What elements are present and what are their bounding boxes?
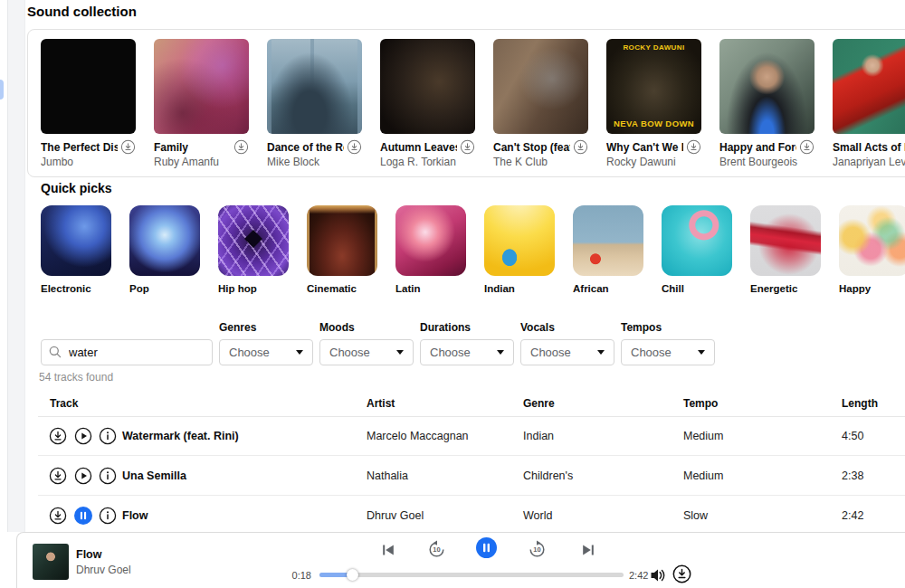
filter-value: Choose: [631, 346, 672, 359]
quick-pick-image[interactable]: [129, 205, 200, 276]
filter-select[interactable]: Choose: [219, 339, 313, 365]
quick-pick-image[interactable]: [662, 205, 732, 276]
play-icon[interactable]: [74, 467, 92, 485]
filter-group: Genres Choose: [219, 321, 313, 365]
quick-pick-tile[interactable]: Happy: [839, 205, 905, 294]
skip-next-button[interactable]: [580, 542, 596, 558]
quick-pick-tile[interactable]: Indian: [484, 205, 555, 294]
album-card[interactable]: Family Ruby Amanfu: [154, 39, 249, 168]
pause-button[interactable]: [476, 537, 497, 558]
quick-pick-tile[interactable]: Latin: [395, 205, 466, 294]
album-card[interactable]: Dance of the Re... Mike Block: [267, 39, 362, 168]
download-icon[interactable]: [233, 139, 249, 155]
album-title: Dance of the Re...: [267, 141, 344, 154]
chevron-down-icon: [698, 350, 705, 355]
quick-pick-image[interactable]: [41, 205, 111, 276]
track-genre: World: [523, 509, 552, 522]
quick-pick-image[interactable]: [484, 205, 555, 276]
album-cover[interactable]: [41, 39, 136, 134]
album-artist: Jumbo: [41, 156, 136, 168]
progress-thumb[interactable]: [347, 569, 358, 581]
album-title: Why Can't We B...: [606, 141, 683, 154]
table-row[interactable]: Flow Dhruv Goel World Slow 2:42: [0, 496, 905, 536]
quick-picks-heading: Quick picks: [41, 181, 112, 195]
skip-previous-button[interactable]: [380, 542, 396, 558]
left-panel-fragment: [0, 80, 4, 100]
quick-pick-image[interactable]: [307, 205, 377, 276]
table-row[interactable]: Una Semilla Nathalia Children's Medium 2…: [0, 456, 905, 496]
download-icon[interactable]: [686, 139, 701, 155]
info-icon[interactable]: [99, 467, 117, 485]
album-cover[interactable]: [154, 39, 249, 134]
quick-pick-tile[interactable]: Hip hop: [218, 205, 289, 294]
pause-icon[interactable]: [74, 507, 92, 525]
album-cover[interactable]: ROCKY DAWUNI NEVA BOW DOWN: [606, 39, 701, 134]
filter-value: Choose: [530, 346, 571, 359]
quick-pick-tile[interactable]: Cinematic: [307, 205, 377, 294]
info-icon[interactable]: [99, 507, 117, 525]
album-card[interactable]: Happy and Fore... Brent Bourgeois: [719, 39, 814, 168]
filter-select[interactable]: Choose: [621, 339, 715, 365]
quick-picks-list: Electronic Pop Hip hop Cinematic Latin: [41, 205, 905, 294]
album-card[interactable]: Autumn Leaves... Loga R. Torkian: [380, 39, 475, 168]
rewind-10-button[interactable]: 10: [427, 540, 446, 559]
quick-pick-image[interactable]: [395, 205, 466, 276]
album-card[interactable]: Small Acts of D... Janapriyan Levine: [833, 39, 905, 168]
download-icon[interactable]: [799, 139, 814, 155]
filter-select[interactable]: Choose: [319, 339, 414, 365]
quick-pick-image[interactable]: [839, 205, 905, 276]
quick-pick-tile[interactable]: Pop: [129, 205, 200, 294]
download-icon[interactable]: [347, 139, 362, 155]
quick-pick-label: Energetic: [750, 283, 821, 294]
chevron-down-icon: [597, 350, 605, 355]
album-cover[interactable]: [719, 39, 814, 134]
filter-group: Vocals Choose: [520, 321, 614, 365]
track-tempo: Medium: [683, 469, 723, 482]
quick-pick-tile[interactable]: Chill: [662, 205, 732, 294]
quick-pick-image[interactable]: [218, 205, 289, 276]
search-input[interactable]: [41, 339, 213, 365]
column-genre: Genre: [523, 397, 555, 410]
player-bar: Flow Dhruv Goel 10 10 0:18 2:42: [16, 532, 905, 588]
track-artist: Marcelo Maccagnan: [367, 430, 469, 442]
quick-pick-image[interactable]: [573, 205, 643, 276]
filter-select[interactable]: Choose: [420, 339, 514, 365]
search-box: [41, 339, 213, 365]
table-row[interactable]: Watermark (feat. Rini) Marcelo Maccagnan…: [0, 416, 905, 456]
info-icon[interactable]: [99, 427, 117, 445]
album-card[interactable]: The Perfect Dis... Jumbo: [41, 39, 136, 168]
album-cover[interactable]: [267, 39, 362, 134]
quick-pick-label: Happy: [839, 283, 905, 294]
album-card[interactable]: Can't Stop (feat... The K Club: [493, 39, 588, 168]
play-icon[interactable]: [74, 427, 92, 445]
quick-pick-label: Pop: [129, 283, 200, 294]
download-icon[interactable]: [460, 139, 475, 155]
download-icon[interactable]: [49, 467, 67, 485]
download-icon[interactable]: [49, 507, 67, 525]
download-button[interactable]: [672, 564, 691, 583]
filter-bar: Genres Choose Moods Choose Durations: [41, 321, 715, 365]
album-cover[interactable]: [493, 39, 588, 134]
quick-pick-tile[interactable]: Energetic: [750, 205, 821, 294]
forward-10-button[interactable]: 10: [528, 540, 547, 559]
quick-pick-tile[interactable]: African: [573, 205, 643, 294]
album-artist: Ruby Amanfu: [154, 156, 249, 168]
album-card[interactable]: ROCKY DAWUNI NEVA BOW DOWN Why Can't We …: [606, 39, 701, 168]
filter-group: Moods Choose: [319, 321, 414, 365]
quick-pick-image[interactable]: [750, 205, 821, 276]
filter-select[interactable]: Choose: [520, 339, 614, 365]
download-icon[interactable]: [120, 139, 136, 155]
download-icon[interactable]: [49, 427, 67, 445]
volume-icon[interactable]: [649, 566, 667, 584]
column-length: Length: [842, 397, 878, 410]
filter-group: Durations Choose: [420, 321, 514, 365]
chevron-down-icon: [296, 350, 303, 355]
now-playing-title: Flow: [76, 548, 101, 561]
album-cover[interactable]: [380, 39, 475, 134]
svg-text:10: 10: [433, 545, 440, 554]
progress-bar[interactable]: [319, 573, 624, 577]
album-artist: Mike Block: [267, 156, 362, 168]
quick-pick-tile[interactable]: Electronic: [41, 205, 111, 294]
album-cover[interactable]: [833, 39, 905, 134]
download-icon[interactable]: [573, 139, 588, 155]
